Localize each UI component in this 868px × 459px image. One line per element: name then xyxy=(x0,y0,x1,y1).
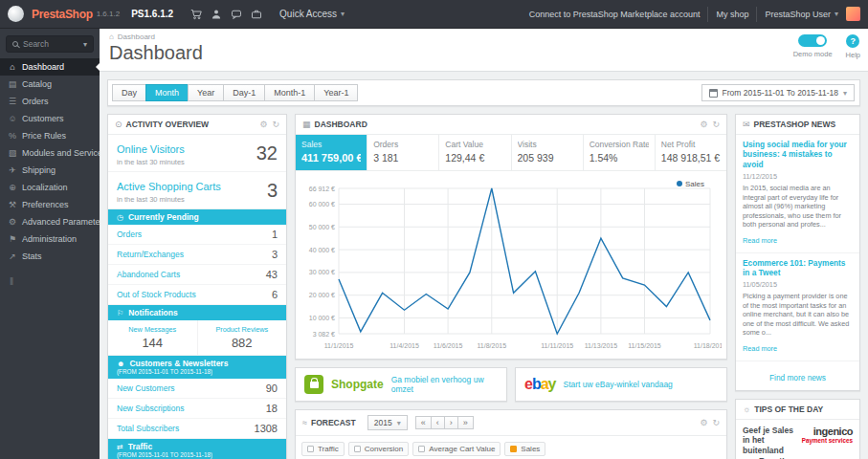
localization-icon: ⊕ xyxy=(8,183,17,192)
read-more-link[interactable]: Read more xyxy=(743,236,777,245)
active-carts-link[interactable]: Active Shopping Carts xyxy=(117,181,221,192)
kpi-tab-visits[interactable]: Visits205 939 xyxy=(512,135,584,170)
activity-row-link-return-exchanges[interactable]: Return/Exchanges xyxy=(117,250,184,259)
activity-row-value: 3 xyxy=(272,249,278,260)
activity-row-link-out-of-stock-products[interactable]: Out of Stock Products xyxy=(117,290,196,299)
page-title: Dashboard xyxy=(109,42,858,64)
breadcrumb-label[interactable]: Dashboard xyxy=(118,33,155,41)
forecast-legend-label: Traffic xyxy=(318,445,339,453)
collapse-sidebar-button[interactable]: ‖ xyxy=(0,265,100,298)
traffic-header: ⇄ Traffic (FROM 2015-11-01 TO 2015-11-18… xyxy=(108,439,286,459)
read-more-link[interactable]: Read more xyxy=(743,344,777,353)
sidebar-item-stats[interactable]: ↗Stats xyxy=(0,248,100,265)
refresh-icon[interactable]: ↻ xyxy=(712,418,720,427)
arrow-last-icon[interactable]: » xyxy=(457,416,474,429)
kpi-label: Net Profit xyxy=(661,140,721,149)
ebay-link[interactable]: Start uw eBay-winkel vandaag xyxy=(564,380,673,389)
kpi-tab-sales[interactable]: Sales411 759,00 € xyxy=(296,135,367,170)
forecast-legend-conversion[interactable]: Conversion xyxy=(348,442,409,456)
sidebar-item-catalog[interactable]: ▤Catalog xyxy=(0,76,100,93)
news-headline-link[interactable]: Ecommerce 101: Payments in a Tweet xyxy=(743,258,853,278)
shop-name[interactable]: PS1.6.1.2 xyxy=(131,9,173,19)
pending-rows: Orders1Return/Exchanges3Abandoned Carts4… xyxy=(108,225,286,305)
online-visitors-link[interactable]: Online Visitors xyxy=(117,143,185,155)
chevron-down-icon: ▾ xyxy=(835,10,838,18)
ebay-logo: ebay xyxy=(524,376,556,393)
my-shop-link[interactable]: My shop xyxy=(716,10,748,19)
shopgate-link[interactable]: Ga mobiel en verhoog uw omzet xyxy=(391,375,498,394)
forecast-legend: TrafficConversionAverage Cart ValueSales xyxy=(296,436,726,459)
activity-row-link-new-customers[interactable]: New Customers xyxy=(117,383,174,393)
online-visitors-value: 32 xyxy=(256,142,278,164)
cart-icon[interactable] xyxy=(190,9,202,20)
dashboard-panel: ▦ Dashboard ⚙ ↻ Sales411 759,00 €Orders3… xyxy=(295,114,727,360)
sidebar-item-localization[interactable]: ⊕Localization xyxy=(0,179,100,196)
filter-tab-day-1[interactable]: Day-1 xyxy=(223,84,265,101)
chat-icon[interactable] xyxy=(231,9,242,20)
sidebar-item-orders[interactable]: ☰Orders xyxy=(0,93,100,110)
sidebar-item-administration[interactable]: ⚑Administration xyxy=(0,230,100,248)
person-icon[interactable] xyxy=(211,9,222,20)
gear-icon[interactable]: ⚙ xyxy=(700,418,707,427)
news-list: Using social media for your business: 4 … xyxy=(736,135,859,361)
separator xyxy=(707,7,708,22)
user-avatar[interactable] xyxy=(846,7,860,21)
refresh-icon[interactable]: ↻ xyxy=(712,120,720,129)
user-menu[interactable]: PrestaShop User ▾ xyxy=(765,10,838,19)
sidebar-item-shipping[interactable]: ✈Shipping xyxy=(0,162,100,179)
find-more-news-link[interactable]: Find more news xyxy=(769,373,826,382)
filter-tab-month[interactable]: Month xyxy=(145,84,189,101)
gear-icon[interactable]: ⚙ xyxy=(700,120,707,129)
marketplace-link[interactable]: Connect to PrestaShop Marketplace accoun… xyxy=(529,10,701,19)
kpi-tab-net-profit[interactable]: Net Profit148 918,51 € xyxy=(656,135,726,170)
filter-tab-year[interactable]: Year xyxy=(188,84,224,101)
forecast-legend-sales[interactable]: Sales xyxy=(504,442,545,456)
sidebar-item-price-rules[interactable]: %Price Rules xyxy=(0,127,100,144)
kpi-tab-conversion-rate[interactable]: Conversion Rate1.54% xyxy=(584,135,656,170)
filter-tab-day[interactable]: Day xyxy=(112,84,146,101)
news-headline-link[interactable]: Using social media for your business: 4 … xyxy=(743,140,853,169)
sidebar-item-advanced-parameters[interactable]: ⚙Advanced Parameters xyxy=(0,213,100,230)
customers-icon: ☺ xyxy=(8,114,17,123)
date-range-picker[interactable]: From 2015-11-01 To 2015-11-18 ▾ xyxy=(701,84,855,101)
refresh-icon[interactable]: ↻ xyxy=(272,120,279,129)
forecast-year-select[interactable]: 2015 ▾ xyxy=(367,415,408,430)
ingenico-logo: ingenico Payment services xyxy=(802,426,853,444)
filter-tab-month-1[interactable]: Month-1 xyxy=(264,84,315,101)
svg-text:11/13/2015: 11/13/2015 xyxy=(585,342,618,349)
filter-tab-year-1[interactable]: Year-1 xyxy=(314,84,358,101)
search-placeholder: Search xyxy=(23,39,49,49)
sidebar-item-dashboard[interactable]: ⌂Dashboard xyxy=(0,58,100,76)
kpi-tab-orders[interactable]: Orders3 181 xyxy=(367,135,439,170)
kpi-tab-cart-value[interactable]: Cart Value129,44 € xyxy=(439,135,511,170)
activity-row-link-new-subscriptions[interactable]: New Subscriptions xyxy=(117,404,184,413)
activity-row-link-abandoned-carts[interactable]: Abandoned Carts xyxy=(117,270,180,279)
customers-newsletters-header: ☻ Customers & Newsletters (FROM 2015-11-… xyxy=(108,356,286,379)
activity-row-link-total-subscribers[interactable]: Total Subscribers xyxy=(117,424,179,433)
notification-cell-new-messages[interactable]: New Messages144 xyxy=(108,320,197,355)
brand-version: 1.6.1.2 xyxy=(97,10,120,18)
sidebar-item-modules-and-services[interactable]: ▧Modules and Services xyxy=(0,144,100,162)
notification-cell-product-reviews[interactable]: Product Reviews882 xyxy=(197,320,287,355)
activity-row-link-orders[interactable]: Orders xyxy=(117,230,142,239)
svg-text:11/4/2015: 11/4/2015 xyxy=(389,342,419,349)
arrow-next-icon[interactable]: › xyxy=(444,416,458,429)
sidebar-item-customers[interactable]: ☺Customers xyxy=(0,110,100,127)
news-panel-header: ✉ PrestaShop News xyxy=(736,115,859,135)
forecast-legend-traffic[interactable]: Traffic xyxy=(301,442,345,456)
demo-mode-toggle[interactable] xyxy=(798,34,827,47)
kpi-value: 3 181 xyxy=(373,152,433,164)
sidebar-item-preferences[interactable]: ⚒Preferences xyxy=(0,196,100,213)
briefcase-icon[interactable] xyxy=(251,9,262,20)
arrow-prev-icon[interactable]: ‹ xyxy=(431,416,445,429)
tips-panel-header: ☼ Tips of the day xyxy=(736,400,859,420)
quick-access-menu[interactable]: Quick Access ▾ xyxy=(279,9,345,19)
news-date: 11/12/2015 xyxy=(743,172,853,181)
forecast-legend-label: Conversion xyxy=(365,445,403,453)
sidebar-search-input[interactable]: Search ▾ xyxy=(6,35,94,53)
svg-text:11/8/2015: 11/8/2015 xyxy=(477,342,506,349)
help-icon[interactable]: ? xyxy=(846,34,859,48)
gear-icon[interactable]: ⚙ xyxy=(259,120,267,129)
arrow-first-icon[interactable]: « xyxy=(415,416,432,429)
forecast-legend-average-cart-value[interactable]: Average Cart Value xyxy=(412,442,501,456)
